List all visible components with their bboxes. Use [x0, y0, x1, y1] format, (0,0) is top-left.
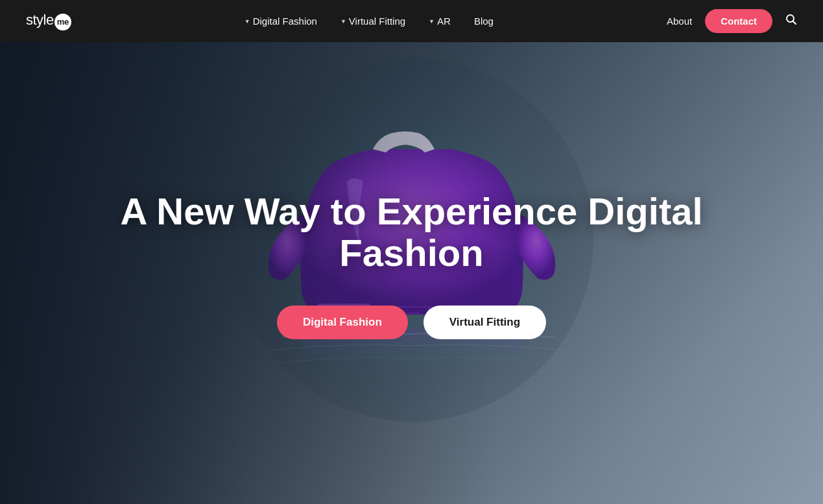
nav-item-blog[interactable]: Blog	[474, 16, 494, 27]
nav-item-ar[interactable]: ▼ AR	[429, 16, 451, 27]
logo-text: styleme	[26, 12, 71, 30]
search-icon[interactable]	[785, 14, 797, 29]
navbar: styleme ▼ Digital Fashion ▼ Virtual Fitt…	[0, 0, 823, 42]
nav-links: ▼ Digital Fashion ▼ Virtual Fitting ▼ AR…	[245, 16, 494, 27]
chevron-down-icon: ▼	[429, 18, 435, 25]
nav-item-about[interactable]: About	[667, 16, 692, 27]
nav-item-digital-fashion[interactable]: ▼ Digital Fashion	[245, 16, 317, 27]
chevron-down-icon: ▼	[340, 18, 346, 25]
logo[interactable]: styleme	[26, 12, 71, 30]
hero-title: A New Way to Experience Digital Fashion	[120, 191, 704, 274]
virtual-fitting-button[interactable]: Virtual Fitting	[423, 306, 546, 339]
hero-buttons: Digital Fashion Virtual Fitting	[120, 306, 704, 339]
hero-content: A New Way to Experience Digital Fashion …	[94, 191, 730, 340]
hero-section: A New Way to Experience Digital Fashion …	[0, 0, 823, 504]
logo-me: me	[54, 14, 71, 30]
svg-line-1	[793, 21, 796, 25]
contact-button[interactable]: Contact	[705, 9, 772, 33]
chevron-down-icon: ▼	[245, 18, 250, 25]
nav-right: About Contact	[667, 9, 797, 33]
digital-fashion-button[interactable]: Digital Fashion	[277, 306, 408, 339]
nav-item-virtual-fitting[interactable]: ▼ Virtual Fitting	[340, 16, 405, 27]
